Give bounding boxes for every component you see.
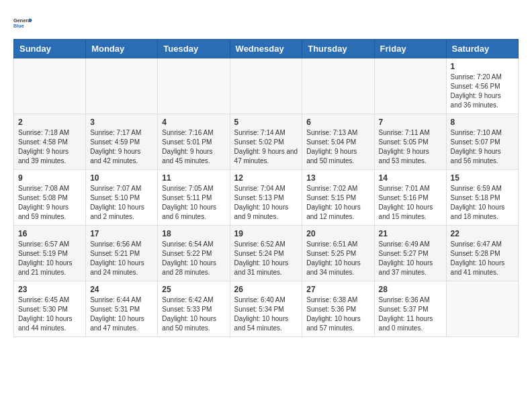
weekday-header: Saturday <box>446 40 518 58</box>
calendar-cell: 17Sunrise: 6:56 AM Sunset: 5:21 PM Dayli… <box>86 226 158 281</box>
calendar-cell: 9Sunrise: 7:08 AM Sunset: 5:08 PM Daylig… <box>14 170 86 226</box>
day-number: 20 <box>306 229 369 238</box>
day-info: Sunrise: 7:17 AM Sunset: 4:59 PM Dayligh… <box>90 128 153 166</box>
day-number: 13 <box>306 173 369 183</box>
day-number: 19 <box>234 229 298 238</box>
day-number: 21 <box>379 229 442 238</box>
calendar-cell <box>374 58 446 114</box>
logo: GeneralBlue <box>13 13 32 32</box>
day-info: Sunrise: 7:18 AM Sunset: 4:58 PM Dayligh… <box>18 128 81 166</box>
day-info: Sunrise: 7:04 AM Sunset: 5:13 PM Dayligh… <box>234 184 298 222</box>
day-info: Sunrise: 6:47 AM Sunset: 5:28 PM Dayligh… <box>451 240 514 277</box>
day-number: 14 <box>379 173 442 183</box>
day-number: 10 <box>90 173 153 183</box>
day-info: Sunrise: 7:08 AM Sunset: 5:08 PM Dayligh… <box>18 184 81 222</box>
day-number: 27 <box>306 285 369 294</box>
weekday-header-row: SundayMondayTuesdayWednesdayThursdayFrid… <box>14 40 519 58</box>
calendar-week-row: 23Sunrise: 6:45 AM Sunset: 5:30 PM Dayli… <box>14 281 519 337</box>
day-info: Sunrise: 7:20 AM Sunset: 4:56 PM Dayligh… <box>451 73 514 110</box>
day-number: 18 <box>162 229 225 238</box>
day-info: Sunrise: 7:07 AM Sunset: 5:10 PM Dayligh… <box>90 184 153 222</box>
weekday-header: Monday <box>86 40 158 58</box>
calendar-cell: 7Sunrise: 7:11 AM Sunset: 5:05 PM Daylig… <box>374 114 446 170</box>
calendar-cell <box>158 58 230 114</box>
day-number: 16 <box>18 229 81 238</box>
calendar-cell: 3Sunrise: 7:17 AM Sunset: 4:59 PM Daylig… <box>86 114 158 170</box>
day-info: Sunrise: 6:59 AM Sunset: 5:18 PM Dayligh… <box>451 184 514 222</box>
calendar-cell: 27Sunrise: 6:38 AM Sunset: 5:36 PM Dayli… <box>302 281 374 337</box>
calendar-cell: 28Sunrise: 6:36 AM Sunset: 5:37 PM Dayli… <box>374 281 446 337</box>
calendar-cell: 10Sunrise: 7:07 AM Sunset: 5:10 PM Dayli… <box>86 170 158 226</box>
day-number: 17 <box>90 229 153 238</box>
day-number: 1 <box>451 62 514 71</box>
calendar-cell: 11Sunrise: 7:05 AM Sunset: 5:11 PM Dayli… <box>158 170 230 226</box>
calendar-week-row: 1Sunrise: 7:20 AM Sunset: 4:56 PM Daylig… <box>14 58 519 114</box>
day-number: 22 <box>451 229 514 238</box>
day-info: Sunrise: 7:01 AM Sunset: 5:16 PM Dayligh… <box>379 184 442 222</box>
calendar-cell <box>14 58 86 114</box>
day-info: Sunrise: 7:02 AM Sunset: 5:15 PM Dayligh… <box>306 184 369 222</box>
calendar-cell: 23Sunrise: 6:45 AM Sunset: 5:30 PM Dayli… <box>14 281 86 337</box>
calendar-cell: 22Sunrise: 6:47 AM Sunset: 5:28 PM Dayli… <box>446 226 518 281</box>
day-info: Sunrise: 7:14 AM Sunset: 5:02 PM Dayligh… <box>234 128 298 166</box>
day-number: 26 <box>234 285 298 294</box>
day-number: 9 <box>18 173 81 183</box>
day-info: Sunrise: 6:51 AM Sunset: 5:25 PM Dayligh… <box>306 240 369 277</box>
day-number: 28 <box>379 285 442 294</box>
calendar-cell: 12Sunrise: 7:04 AM Sunset: 5:13 PM Dayli… <box>230 170 302 226</box>
weekday-header: Sunday <box>14 40 86 58</box>
day-info: Sunrise: 6:57 AM Sunset: 5:19 PM Dayligh… <box>18 240 81 277</box>
day-info: Sunrise: 6:36 AM Sunset: 5:37 PM Dayligh… <box>379 295 442 333</box>
calendar-cell: 1Sunrise: 7:20 AM Sunset: 4:56 PM Daylig… <box>446 58 518 114</box>
calendar-cell: 26Sunrise: 6:40 AM Sunset: 5:34 PM Dayli… <box>230 281 302 337</box>
day-info: Sunrise: 6:56 AM Sunset: 5:21 PM Dayligh… <box>90 240 153 277</box>
day-info: Sunrise: 7:16 AM Sunset: 5:01 PM Dayligh… <box>162 128 225 166</box>
day-info: Sunrise: 7:11 AM Sunset: 5:05 PM Dayligh… <box>379 128 442 166</box>
calendar-cell: 16Sunrise: 6:57 AM Sunset: 5:19 PM Dayli… <box>14 226 86 281</box>
calendar-cell: 5Sunrise: 7:14 AM Sunset: 5:02 PM Daylig… <box>230 114 302 170</box>
day-info: Sunrise: 6:44 AM Sunset: 5:31 PM Dayligh… <box>90 295 153 333</box>
day-number: 12 <box>234 173 298 183</box>
logo-icon: GeneralBlue <box>13 13 32 32</box>
weekday-header: Friday <box>374 40 446 58</box>
calendar-cell: 6Sunrise: 7:13 AM Sunset: 5:04 PM Daylig… <box>302 114 374 170</box>
calendar-cell <box>446 281 518 337</box>
calendar-cell: 20Sunrise: 6:51 AM Sunset: 5:25 PM Dayli… <box>302 226 374 281</box>
calendar-cell: 19Sunrise: 6:52 AM Sunset: 5:24 PM Dayli… <box>230 226 302 281</box>
day-number: 8 <box>451 118 514 127</box>
page-header: GeneralBlue <box>13 13 519 32</box>
day-number: 11 <box>162 173 225 183</box>
weekday-header: Tuesday <box>158 40 230 58</box>
day-info: Sunrise: 7:05 AM Sunset: 5:11 PM Dayligh… <box>162 184 225 222</box>
day-number: 24 <box>90 285 153 294</box>
day-info: Sunrise: 7:13 AM Sunset: 5:04 PM Dayligh… <box>306 128 369 166</box>
day-info: Sunrise: 6:45 AM Sunset: 5:30 PM Dayligh… <box>18 295 81 333</box>
calendar-week-row: 9Sunrise: 7:08 AM Sunset: 5:08 PM Daylig… <box>14 170 519 226</box>
day-info: Sunrise: 6:38 AM Sunset: 5:36 PM Dayligh… <box>306 295 369 333</box>
day-number: 15 <box>451 173 514 183</box>
day-info: Sunrise: 7:10 AM Sunset: 5:07 PM Dayligh… <box>451 128 514 166</box>
calendar-cell <box>230 58 302 114</box>
calendar-cell: 8Sunrise: 7:10 AM Sunset: 5:07 PM Daylig… <box>446 114 518 170</box>
weekday-header: Wednesday <box>230 40 302 58</box>
day-info: Sunrise: 6:40 AM Sunset: 5:34 PM Dayligh… <box>234 295 298 333</box>
day-number: 23 <box>18 285 81 294</box>
svg-text:Blue: Blue <box>13 23 24 29</box>
day-number: 7 <box>379 118 442 127</box>
calendar-cell <box>86 58 158 114</box>
calendar-cell: 15Sunrise: 6:59 AM Sunset: 5:18 PM Dayli… <box>446 170 518 226</box>
day-info: Sunrise: 6:49 AM Sunset: 5:27 PM Dayligh… <box>379 240 442 277</box>
day-number: 4 <box>162 118 225 127</box>
calendar-cell: 14Sunrise: 7:01 AM Sunset: 5:16 PM Dayli… <box>374 170 446 226</box>
day-info: Sunrise: 6:54 AM Sunset: 5:22 PM Dayligh… <box>162 240 225 277</box>
day-number: 2 <box>18 118 81 127</box>
calendar-cell: 18Sunrise: 6:54 AM Sunset: 5:22 PM Dayli… <box>158 226 230 281</box>
calendar-table: SundayMondayTuesdayWednesdayThursdayFrid… <box>13 39 519 337</box>
calendar-week-row: 16Sunrise: 6:57 AM Sunset: 5:19 PM Dayli… <box>14 226 519 281</box>
day-info: Sunrise: 6:42 AM Sunset: 5:33 PM Dayligh… <box>162 295 225 333</box>
weekday-header: Thursday <box>302 40 374 58</box>
calendar-cell <box>302 58 374 114</box>
day-number: 6 <box>306 118 369 127</box>
day-number: 3 <box>90 118 153 127</box>
day-number: 25 <box>162 285 225 294</box>
